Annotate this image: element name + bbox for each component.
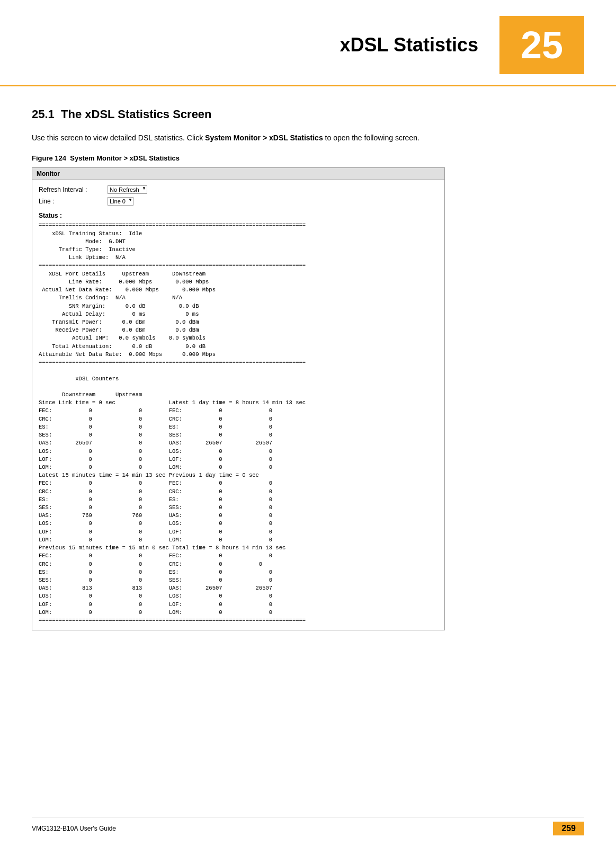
figure-label: Figure 124 System Monitor > xDSL Statist… bbox=[32, 154, 584, 162]
refresh-interval-label: Refresh Interval : bbox=[39, 186, 108, 193]
page-number: 259 bbox=[553, 822, 584, 835]
status-label: Status : bbox=[39, 212, 438, 219]
line-row: Line : Line 0 Line 1 bbox=[39, 197, 438, 206]
line-select[interactable]: Line 0 Line 1 bbox=[108, 197, 133, 206]
section-title: 25.1 The xDSL Statistics Screen bbox=[32, 108, 584, 121]
footer-left-text: VMG1312-B10A User's Guide bbox=[32, 825, 116, 832]
statistics-data: ========================================… bbox=[39, 221, 438, 625]
monitor-box: Monitor Refresh Interval : No Refresh 30… bbox=[32, 167, 445, 630]
chapter-number: 25 bbox=[499, 16, 584, 74]
page-footer: VMG1312-B10A User's Guide 259 bbox=[32, 817, 584, 835]
main-content: 25.1 The xDSL Statistics Screen Use this… bbox=[0, 86, 616, 662]
line-select-wrapper[interactable]: Line 0 Line 1 bbox=[108, 197, 133, 206]
refresh-select-wrapper[interactable]: No Refresh 30 sec 60 sec bbox=[108, 185, 147, 194]
status-section: Status : ===============================… bbox=[39, 212, 438, 625]
intro-paragraph: Use this screen to view detailed DSL sta… bbox=[32, 132, 584, 144]
line-label: Line : bbox=[39, 198, 108, 205]
monitor-title-bar: Monitor bbox=[32, 168, 444, 180]
chapter-title-area: xDSL Statistics bbox=[0, 34, 499, 56]
monitor-content: Refresh Interval : No Refresh 30 sec 60 … bbox=[32, 180, 444, 630]
refresh-interval-select[interactable]: No Refresh 30 sec 60 sec bbox=[108, 185, 147, 194]
chapter-title: xDSL Statistics bbox=[340, 34, 478, 56]
refresh-interval-row: Refresh Interval : No Refresh 30 sec 60 … bbox=[39, 185, 438, 194]
chapter-header: xDSL Statistics 25 bbox=[0, 0, 616, 86]
